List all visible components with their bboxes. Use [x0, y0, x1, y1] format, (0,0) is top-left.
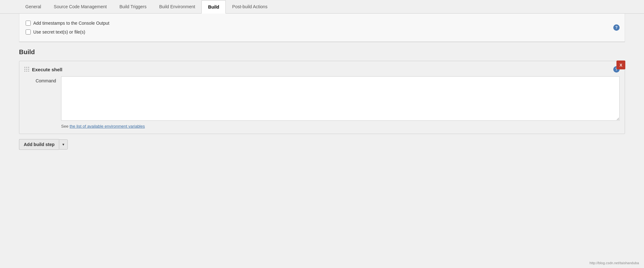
tab-general[interactable]: General [19, 0, 47, 14]
env-vars-link[interactable]: the list of available environment variab… [70, 124, 145, 129]
tabs-bar: General Source Code Management Build Tri… [0, 0, 644, 14]
build-section-title: Build [19, 48, 625, 56]
add-build-step-container: Add build step ▾ [19, 139, 625, 150]
tab-build-triggers[interactable]: Build Triggers [113, 0, 153, 14]
execute-shell-title: Execute shell [32, 67, 611, 72]
add-build-step-button[interactable]: Add build step [19, 139, 59, 150]
secret-text-checkbox[interactable] [26, 29, 31, 35]
footer-url: http://blog.csdn.net/taishanduba [590, 261, 639, 265]
main-content: Add timestamps to the Console Output Use… [0, 14, 644, 163]
close-execute-shell-button[interactable]: X [616, 61, 625, 69]
command-textarea[interactable] [61, 76, 620, 121]
timestamps-row: Add timestamps to the Console Output [26, 19, 618, 28]
timestamps-label[interactable]: Add timestamps to the Console Output [33, 21, 109, 26]
drag-handle[interactable] [24, 67, 29, 72]
build-environment-help-icon[interactable]: ? [613, 24, 620, 31]
page-wrapper: General Source Code Management Build Tri… [0, 0, 644, 268]
build-section: Build Execute shell ? [19, 48, 625, 150]
secret-text-label[interactable]: Use secret text(s) or file(s) [33, 29, 85, 35]
tab-build-environment[interactable]: Build Environment [153, 0, 202, 14]
card-header: Execute shell ? [24, 66, 620, 73]
add-build-step-dropdown-button[interactable]: ▾ [59, 139, 68, 150]
env-vars-text: See [61, 124, 70, 129]
execute-shell-card: Execute shell ? Command See the list of … [19, 61, 625, 134]
command-label: Command [24, 76, 56, 83]
section-divider [19, 42, 625, 42]
tab-post-build-actions[interactable]: Post-build Actions [226, 0, 274, 14]
env-vars-row: See the list of available environment va… [24, 124, 620, 129]
build-environment-section: Add timestamps to the Console Output Use… [19, 14, 625, 42]
tab-build[interactable]: Build [201, 0, 226, 14]
command-row: Command [24, 76, 620, 121]
timestamps-checkbox[interactable] [26, 21, 31, 26]
secret-text-row: Use secret text(s) or file(s) [26, 28, 618, 36]
tab-source-code-management[interactable]: Source Code Management [47, 0, 113, 14]
